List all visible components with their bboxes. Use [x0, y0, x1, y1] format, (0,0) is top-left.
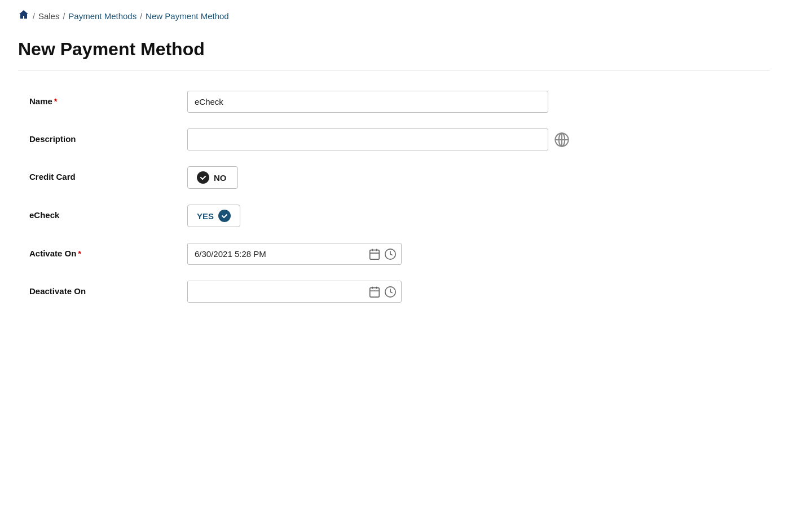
name-input[interactable] — [187, 91, 548, 113]
credit-card-control-area: NO — [187, 166, 770, 189]
echeck-toggle-label: YES — [197, 211, 214, 221]
deactivate-on-icons — [364, 286, 401, 298]
credit-card-toggle-label: NO — [214, 173, 227, 183]
credit-card-row: Credit Card NO — [29, 166, 770, 189]
activate-on-row: Activate On* — [29, 243, 770, 265]
credit-card-check-icon — [197, 171, 209, 184]
deactivate-on-calendar-icon[interactable] — [368, 286, 381, 298]
echeck-control-area: YES — [187, 205, 770, 227]
activate-on-datetime-wrapper — [187, 243, 402, 265]
activate-on-calendar-icon[interactable] — [368, 248, 381, 260]
title-divider — [18, 70, 770, 70]
home-icon[interactable] — [18, 9, 29, 23]
page-title: New Payment Method — [18, 39, 770, 60]
svg-rect-4 — [370, 250, 380, 259]
echeck-toggle[interactable]: YES — [187, 205, 240, 227]
name-control-area — [187, 91, 770, 113]
activate-on-icons — [364, 248, 401, 260]
breadcrumb-new-payment-method[interactable]: New Payment Method — [146, 11, 229, 21]
description-input[interactable] — [187, 128, 548, 150]
breadcrumb-sep-2: / — [63, 12, 65, 21]
description-control-area — [187, 128, 770, 150]
activate-on-label: Activate On* — [29, 243, 187, 258]
breadcrumb-sep-1: / — [33, 12, 35, 21]
deactivate-on-row: Deactivate On — [29, 281, 770, 303]
breadcrumb-payment-methods[interactable]: Payment Methods — [68, 11, 137, 21]
breadcrumb-sales: Sales — [38, 11, 60, 21]
description-label: Description — [29, 128, 187, 144]
deactivate-on-clock-icon[interactable] — [384, 286, 397, 298]
echeck-label: eCheck — [29, 205, 187, 220]
description-row: Description — [29, 128, 770, 150]
activate-on-clock-icon[interactable] — [384, 248, 397, 260]
name-row: Name* — [29, 91, 770, 113]
breadcrumb: / Sales / Payment Methods / New Payment … — [18, 9, 770, 23]
breadcrumb-sep-3: / — [140, 12, 142, 21]
echeck-check-icon — [218, 210, 231, 222]
deactivate-on-datetime-wrapper — [187, 281, 402, 303]
deactivate-on-input[interactable] — [188, 281, 364, 302]
credit-card-label: Credit Card — [29, 166, 187, 181]
svg-rect-9 — [370, 287, 380, 297]
form-body: Name* Description — [18, 91, 770, 303]
echeck-row: eCheck YES — [29, 205, 770, 227]
activate-on-control-area — [187, 243, 770, 265]
deactivate-on-control-area — [187, 281, 770, 303]
name-label: Name* — [29, 91, 187, 106]
credit-card-toggle[interactable]: NO — [187, 166, 238, 189]
deactivate-on-label: Deactivate On — [29, 281, 187, 296]
globe-icon[interactable] — [554, 132, 570, 148]
activate-on-input[interactable] — [188, 243, 364, 264]
